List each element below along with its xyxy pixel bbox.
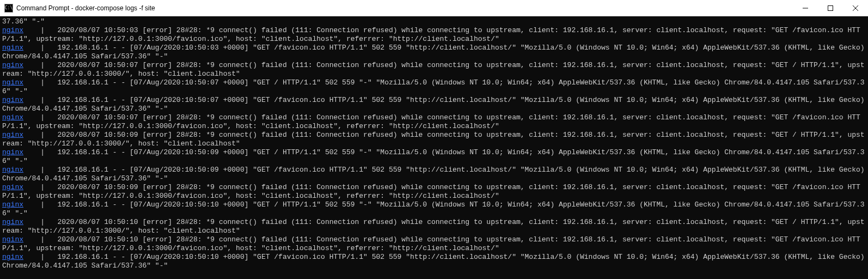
log-separator: |: [23, 44, 49, 52]
service-label: nginx: [2, 61, 23, 69]
log-separator: |: [23, 78, 49, 87]
log-separator: |: [23, 61, 49, 69]
close-icon: [853, 5, 858, 11]
log-line: nginx | 2020/08/07 10:50:07 [error] 28#2…: [2, 113, 866, 131]
log-line: nginx | 192.168.16.1 - - [07/Aug/2020:10…: [2, 253, 866, 270]
log-separator: |: [23, 26, 49, 34]
log-line: nginx | 192.168.16.1 - - [07/Aug/2020:10…: [2, 44, 866, 61]
log-separator: |: [23, 148, 49, 156]
window-title: Command Prompt - docker-compose logs -f …: [16, 4, 155, 12]
command-prompt-window: C:\ Command Prompt - docker-compose logs…: [0, 0, 868, 279]
log-text: 2020/08/07 10:50:10 [error] 28#28: *9 co…: [2, 218, 865, 235]
log-text: 2020/08/07 10:50:07 [error] 28#28: *9 co…: [2, 61, 865, 78]
log-separator: |: [23, 253, 49, 261]
log-line: nginx | 2020/08/07 10:50:10 [error] 28#2…: [2, 218, 866, 235]
log-separator: |: [23, 113, 49, 122]
service-label: nginx: [2, 183, 23, 191]
log-text: 192.168.16.1 - - [07/Aug/2020:10:50:09 +…: [2, 148, 865, 165]
service-label: nginx: [2, 148, 23, 156]
log-separator: |: [23, 218, 49, 226]
maximize-icon: [828, 5, 833, 11]
log-line: nginx | 2020/08/07 10:50:09 [error] 28#2…: [2, 183, 866, 201]
log-text: 2020/08/07 10:50:07 [error] 28#28: *9 co…: [2, 113, 860, 130]
log-text: 192.168.16.1 - - [07/Aug/2020:10:50:09 +…: [2, 166, 868, 183]
log-separator: |: [23, 183, 49, 191]
service-label: nginx: [2, 253, 23, 261]
log-separator: |: [23, 166, 49, 174]
log-separator: |: [23, 131, 49, 139]
log-line: nginx | 2020/08/07 10:50:10 [error] 28#2…: [2, 235, 866, 253]
log-line: 37.36" "-": [2, 17, 866, 26]
titlebar[interactable]: C:\ Command Prompt - docker-compose logs…: [0, 0, 868, 16]
log-separator: |: [23, 201, 49, 209]
cmd-icon: C:\: [4, 4, 13, 13]
log-line: nginx | 2020/08/07 10:50:09 [error] 28#2…: [2, 131, 866, 148]
service-label: nginx: [2, 78, 23, 87]
log-line: nginx | 2020/08/07 10:50:03 [error] 28#2…: [2, 26, 866, 44]
service-label: nginx: [2, 166, 23, 174]
service-label: nginx: [2, 218, 23, 226]
service-label: nginx: [2, 44, 23, 52]
service-label: nginx: [2, 96, 23, 104]
log-text: 2020/08/07 10:50:03 [error] 28#28: *9 co…: [2, 26, 860, 43]
log-text: 192.168.16.1 - - [07/Aug/2020:10:50:10 +…: [2, 201, 865, 217]
minimize-icon: [803, 5, 808, 11]
log-separator: |: [23, 235, 49, 244]
minimize-button[interactable]: [793, 0, 818, 16]
log-text: 37.36" "-": [2, 17, 45, 26]
log-line: nginx | 192.168.16.1 - - [07/Aug/2020:10…: [2, 96, 866, 113]
log-line: nginx | 192.168.16.1 - - [07/Aug/2020:10…: [2, 78, 866, 96]
log-text: 192.168.16.1 - - [07/Aug/2020:10:50:03 +…: [2, 44, 868, 60]
terminal-output[interactable]: 37.36" "-"nginx | 2020/08/07 10:50:03 [e…: [0, 16, 868, 279]
svg-rect-0: [828, 5, 833, 10]
log-text: 192.168.16.1 - - [07/Aug/2020:10:50:10 +…: [2, 253, 868, 270]
log-text: 2020/08/07 10:50:09 [error] 28#28: *9 co…: [2, 183, 860, 200]
service-label: nginx: [2, 26, 23, 34]
log-text: 192.168.16.1 - - [07/Aug/2020:10:50:07 +…: [2, 78, 865, 95]
service-label: nginx: [2, 131, 23, 139]
log-text: 2020/08/07 10:50:09 [error] 28#28: *9 co…: [2, 131, 865, 148]
log-line: nginx | 2020/08/07 10:50:07 [error] 28#2…: [2, 61, 866, 78]
service-label: nginx: [2, 235, 23, 244]
close-button[interactable]: [843, 0, 868, 16]
log-text: 2020/08/07 10:50:10 [error] 28#28: *9 co…: [2, 235, 860, 252]
log-text: 192.168.16.1 - - [07/Aug/2020:10:50:07 +…: [2, 96, 868, 113]
maximize-button[interactable]: [818, 0, 843, 16]
log-separator: |: [23, 96, 49, 104]
log-line: nginx | 192.168.16.1 - - [07/Aug/2020:10…: [2, 201, 866, 218]
service-label: nginx: [2, 113, 23, 122]
log-line: nginx | 192.168.16.1 - - [07/Aug/2020:10…: [2, 166, 866, 183]
service-label: nginx: [2, 201, 23, 209]
log-line: nginx | 192.168.16.1 - - [07/Aug/2020:10…: [2, 148, 866, 166]
